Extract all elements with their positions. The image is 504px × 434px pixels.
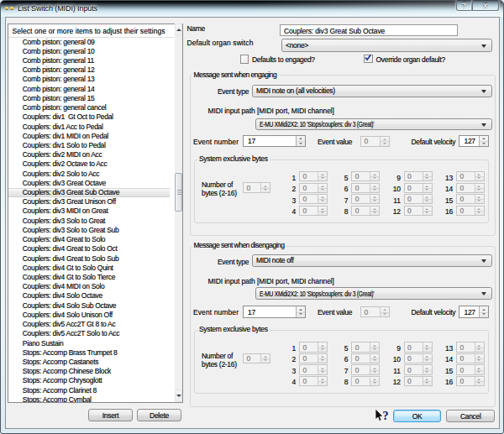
svg-text:?: ? <box>382 410 388 422</box>
